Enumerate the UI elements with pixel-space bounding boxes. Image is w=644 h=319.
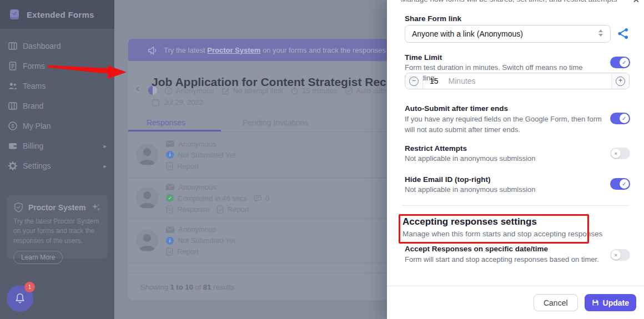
auto-submit-icon: [345, 87, 353, 95]
sidebar-item-my-plan[interactable]: $ My Plan: [0, 116, 114, 136]
auto-submit-toggle[interactable]: ✓: [610, 113, 630, 124]
share-mode-select[interactable]: Anyone with a link (Anonymous): [405, 25, 611, 43]
bell-icon: [14, 292, 26, 305]
restrict-attempts-title: Restrict Attempts: [405, 144, 467, 153]
promo-body: Try the latest Proctor System on your fo…: [13, 217, 101, 246]
minus-icon: −: [409, 77, 419, 86]
sidebar-item-teams[interactable]: Teams: [0, 76, 114, 96]
panel-subtitle-clipped: Manage how forms will be shared, set tim…: [401, 0, 617, 3]
brand-icon: [8, 101, 18, 111]
sidebar-item-label: Brand: [23, 102, 43, 110]
shield-icon: [13, 202, 24, 212]
promo-title: Proctor System: [28, 203, 87, 212]
email-icon: [166, 140, 174, 147]
meta-attempt-limit: No attempt limit: [222, 87, 283, 95]
avatar: [136, 230, 158, 252]
response-link[interactable]: Response: [177, 205, 210, 214]
respondent-name: Anonymous: [178, 225, 217, 234]
cancel-button[interactable]: Cancel: [534, 294, 578, 311]
notification-badge: 1: [24, 282, 35, 292]
response-status: Not Submitted Yet: [178, 236, 235, 245]
app-title: Extended Forms: [27, 10, 94, 19]
section-divider: [402, 205, 630, 206]
time-limit-toggle[interactable]: ✓: [610, 57, 630, 68]
tab-pending-invitations[interactable]: Pending Invitations: [243, 118, 308, 127]
auto-submit-title: Auto-Submit after timer ends: [405, 104, 508, 113]
chevron-updown-icon: [598, 29, 604, 39]
time-limit-title: Time Limit: [405, 53, 442, 62]
restrict-attempts-desc: Not applicable in anonymous submission: [405, 154, 611, 164]
my-plan-icon: $: [8, 121, 18, 131]
share-form-link-label: Share Form link: [405, 14, 461, 23]
settings-icon: [8, 161, 18, 171]
timer-icon: [290, 87, 299, 95]
accept-datetime-toggle[interactable]: ×: [610, 249, 630, 261]
avatar: [136, 144, 158, 166]
report-doc-icon: [217, 205, 224, 214]
sidebar-item-brand[interactable]: Brand: [0, 96, 114, 116]
toggle-knob: ×: [611, 250, 621, 260]
megaphone-icon: [147, 45, 158, 55]
sidebar-item-label: Settings: [23, 161, 51, 170]
forms-icon: [8, 61, 18, 71]
svg-text:$: $: [11, 123, 14, 129]
toggle-knob: ✓: [620, 114, 629, 123]
share-mode-value: Anyone with a link (Anonymous): [412, 29, 523, 38]
avatar: [136, 187, 158, 209]
calendar-icon: [152, 98, 160, 107]
email-icon: [166, 184, 174, 190]
report-link[interactable]: Report: [177, 162, 199, 170]
sidebar-item-settings[interactable]: Settings ▸: [0, 156, 114, 176]
sidebar-item-dashboard[interactable]: Dashboard: [0, 36, 114, 56]
sidebar-item-label: Teams: [23, 82, 46, 90]
sidebar-item-billing[interactable]: Billing ▸: [0, 136, 114, 156]
minus-button[interactable]: −: [405, 73, 423, 89]
banner-proctor-link[interactable]: Proctor System: [207, 46, 260, 54]
toggle-knob: ✓: [620, 179, 629, 189]
form-color-icon: [148, 86, 157, 95]
hide-email-desc: Not applicable in anonymous submission: [405, 185, 611, 195]
time-limit-stepper: − 15 Minutes +: [405, 73, 630, 89]
update-button[interactable]: Update: [585, 294, 636, 311]
accept-datetime-title: Accept Responses on specific date/time: [405, 245, 548, 253]
auto-submit-desc: If you have any required fields on the G…: [405, 114, 611, 135]
accepting-responses-title: Accepting responses settings: [402, 216, 537, 227]
plus-button[interactable]: +: [611, 73, 629, 89]
toggle-knob: ×: [611, 149, 621, 158]
plus-icon: +: [616, 77, 625, 86]
hide-email-title: Hide Email ID (top-right): [405, 175, 491, 184]
accepting-responses-desc: Manage when this form starts and stop ac…: [402, 230, 602, 238]
report-link[interactable]: Report: [177, 247, 199, 256]
back-button[interactable]: ‹: [136, 82, 139, 94]
close-icon[interactable]: ✕: [632, 0, 640, 5]
response-doc-icon: [166, 205, 173, 214]
form-meta-row: ? Anonymous No attempt limit 15 minutes …: [148, 86, 409, 95]
restrict-attempts-toggle[interactable]: ×: [610, 148, 630, 159]
dashboard-icon: [8, 41, 18, 51]
hide-email-toggle[interactable]: ✓: [610, 178, 630, 190]
banner-text: Try the latest Proctor System on your fo…: [164, 46, 406, 54]
chevron-right-icon: ▸: [103, 163, 107, 170]
sidebar-nav: Dashboard Forms Teams Brand $ My Plan Bi…: [0, 29, 114, 176]
chevron-right-icon: ▸: [103, 143, 107, 150]
sparkles-icon: [91, 202, 101, 212]
notifications-button[interactable]: 1: [7, 285, 33, 312]
toggle-knob: ✓: [620, 58, 629, 67]
response-status: Not Submitted Yet: [178, 151, 235, 159]
proctor-promo-card: Proctor System Try the latest Proctor Sy…: [7, 195, 108, 259]
update-button-label: Update: [603, 298, 629, 307]
learn-more-button[interactable]: Learn More: [13, 251, 63, 264]
sidebar-item-label: Forms: [23, 62, 45, 70]
teams-icon: [8, 81, 18, 91]
report-link[interactable]: Report: [228, 205, 249, 214]
tab-responses[interactable]: Responses: [147, 118, 185, 127]
chat-count: 0: [265, 194, 269, 202]
respondent-name: Anonymous: [178, 140, 217, 148]
billing-icon: [8, 141, 18, 151]
sidebar-item-forms[interactable]: Forms: [0, 56, 114, 76]
success-icon: ✓: [166, 194, 174, 202]
sidebar: Extended Forms Dashboard Forms Teams Bra…: [0, 0, 114, 319]
report-doc-icon: [166, 247, 173, 256]
time-limit-value[interactable]: 15: [430, 77, 439, 85]
share-icon[interactable]: [617, 27, 630, 40]
